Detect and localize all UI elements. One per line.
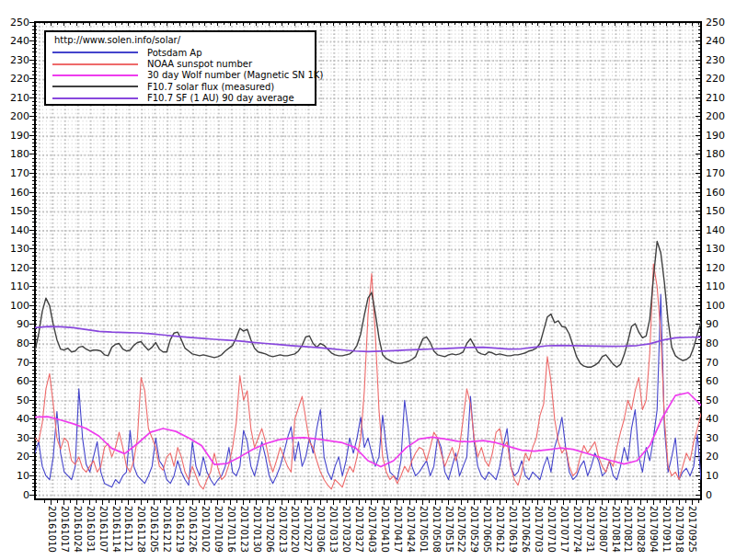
x-axis-label: 20170116 xyxy=(226,506,236,553)
x-axis-label: 20170619 xyxy=(508,506,517,553)
y-axis-label-left: 240 xyxy=(0,35,29,47)
x-axis-label: 20161205 xyxy=(149,506,158,553)
y-axis-label-left: 10 xyxy=(0,470,29,482)
x-axis-label: 20170717 xyxy=(559,506,569,553)
y-axis-label-right: 70 xyxy=(706,357,735,369)
x-axis-label: 20170626 xyxy=(521,506,530,553)
x-axis-label: 20170925 xyxy=(687,506,696,553)
y-axis-label-left: 100 xyxy=(0,300,29,312)
y-axis-label-right: 10 xyxy=(706,470,735,482)
y-axis-label-left: 200 xyxy=(0,110,29,122)
y-axis-label-right: 0 xyxy=(706,489,735,501)
y-axis-label-left: 70 xyxy=(0,357,29,369)
x-axis-label: 20161219 xyxy=(175,506,184,553)
y-axis-label-right: 20 xyxy=(706,451,735,463)
y-axis-label-left: 190 xyxy=(0,130,29,142)
y-axis-label-left: 90 xyxy=(0,318,29,330)
x-axis-label: 20161031 xyxy=(86,506,95,553)
y-axis-label-left: 140 xyxy=(0,224,29,236)
x-axis-label: 20170731 xyxy=(585,506,594,553)
y-axis-label-right: 30 xyxy=(706,432,735,444)
y-axis-label-right: 110 xyxy=(706,280,735,292)
x-axis-label: 20170501 xyxy=(419,506,428,553)
legend-swatch-wolf-30day xyxy=(52,74,138,76)
x-axis-label: 20170515 xyxy=(444,506,454,553)
x-axis-label: 20170424 xyxy=(406,506,415,553)
legend-swatch-potsdam-ap xyxy=(52,51,138,53)
y-axis-label-right: 240 xyxy=(706,35,735,47)
x-axis-label: 20170703 xyxy=(534,506,543,553)
legend-label: F10.7 SF (1 AU) 90 day average xyxy=(147,93,294,103)
x-axis-label: 20170227 xyxy=(303,506,312,553)
x-axis-label: 20161128 xyxy=(136,506,145,553)
y-axis-label-right: 220 xyxy=(706,73,735,85)
x-axis-label: 20170807 xyxy=(598,506,607,553)
x-axis-label: 20170130 xyxy=(252,506,261,553)
x-axis-label: 20170911 xyxy=(661,506,671,553)
series-line-f107-flux xyxy=(35,242,701,368)
x-axis-label: 20170123 xyxy=(239,506,248,553)
x-axis-label: 20170710 xyxy=(546,506,556,553)
legend-label: NOAA sunspot number xyxy=(147,59,252,69)
x-axis-label: 20170306 xyxy=(316,506,325,553)
series-line-f107-90day-avg xyxy=(35,326,701,351)
x-axis-label: 20170508 xyxy=(431,506,441,553)
y-axis-label-left: 30 xyxy=(0,432,29,444)
y-axis-label-right: 120 xyxy=(706,262,735,274)
y-axis-label-left: 0 xyxy=(0,489,29,501)
y-axis-label-right: 80 xyxy=(706,337,735,349)
legend-swatch-f107-flux xyxy=(52,86,138,87)
legend-swatch-noaa-sunspot xyxy=(52,63,138,65)
x-axis-label: 20170724 xyxy=(572,506,581,553)
y-axis-label-left: 40 xyxy=(0,413,29,425)
y-axis-label-right: 190 xyxy=(706,130,735,142)
y-axis-label-right: 170 xyxy=(706,167,735,179)
y-axis-label-left: 160 xyxy=(0,187,29,199)
legend-swatch-f107-90day-avg xyxy=(52,97,138,99)
x-axis-label: 20161010 xyxy=(47,506,56,553)
y-axis-label-left: 120 xyxy=(0,262,29,274)
x-axis-label: 20170109 xyxy=(213,506,223,553)
x-axis-label: 20170814 xyxy=(611,506,620,553)
legend-item-wolf-30day: 30 day Wolf number (Magnetic SN 1K) xyxy=(46,70,315,81)
legend-item-potsdam-ap: Potsdam Ap xyxy=(46,47,315,58)
x-axis-label: 20170410 xyxy=(380,506,389,553)
y-axis-label-right: 100 xyxy=(706,300,735,312)
y-axis-label-right: 180 xyxy=(706,148,735,160)
x-axis-label: 20170522 xyxy=(456,506,466,553)
legend-item-f107-flux: F10.7 solar flux (measured) xyxy=(46,81,315,92)
y-axis-label-right: 150 xyxy=(706,205,735,217)
x-axis-label: 20170403 xyxy=(367,506,376,553)
x-axis-label: 20170417 xyxy=(393,506,402,553)
x-axis-label: 20170605 xyxy=(482,506,491,553)
x-axis-label: 20170828 xyxy=(636,506,645,553)
x-axis-label: 20170213 xyxy=(278,506,287,553)
y-axis-label-right: 90 xyxy=(706,318,735,330)
y-axis-label-left: 60 xyxy=(0,375,29,387)
x-axis-label: 20161121 xyxy=(123,506,132,553)
legend-url: http://www.solen.info/solar/ xyxy=(54,35,315,45)
legend-label: Potsdam Ap xyxy=(147,48,202,58)
legend-rows: Potsdam ApNOAA sunspot number30 day Wolf… xyxy=(46,47,315,104)
x-axis-label: 20161107 xyxy=(98,506,108,553)
y-axis-label-left: 180 xyxy=(0,148,29,160)
x-axis-label: 20170220 xyxy=(290,506,299,553)
x-axis-label: 20170612 xyxy=(495,506,504,553)
y-axis-label-left: 80 xyxy=(0,337,29,349)
y-axis-label-left: 20 xyxy=(0,451,29,463)
y-axis-label-right: 250 xyxy=(706,17,735,29)
x-axis-label: 20161024 xyxy=(73,506,82,553)
legend-item-f107-90day-avg: F10.7 SF (1 AU) 90 day average xyxy=(46,93,315,104)
x-axis-label: 20170529 xyxy=(469,506,478,553)
y-axis-label-left: 110 xyxy=(0,280,29,292)
x-axis-label: 20170320 xyxy=(341,506,351,553)
x-axis-label: 20170821 xyxy=(623,506,632,553)
x-axis-label: 20161114 xyxy=(111,506,121,553)
y-axis-label-left: 250 xyxy=(0,17,29,29)
legend: http://www.solen.info/solar/ Potsdam ApN… xyxy=(44,30,316,106)
y-axis-label-right: 200 xyxy=(706,110,735,122)
x-axis-label: 20170327 xyxy=(354,506,363,553)
x-axis-label: 20161017 xyxy=(60,506,69,553)
x-axis-label: 20170904 xyxy=(649,506,658,553)
y-axis-label-right: 50 xyxy=(706,394,735,406)
